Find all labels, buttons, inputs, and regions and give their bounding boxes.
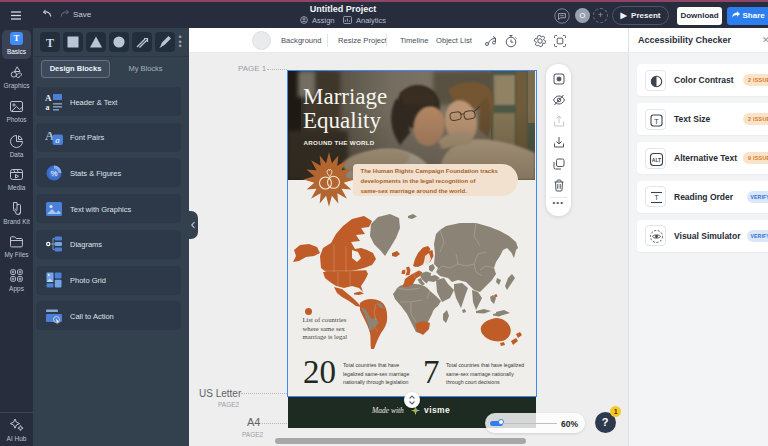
- svg-text:a: a: [45, 102, 49, 111]
- svg-text:a: a: [55, 135, 60, 145]
- svg-text:ALT: ALT: [652, 156, 661, 162]
- svg-text:T: T: [654, 116, 659, 125]
- svg-text:A: A: [45, 93, 52, 103]
- svg-text:%: %: [50, 169, 57, 178]
- svg-text:T: T: [46, 36, 54, 50]
- svg-text:T: T: [654, 193, 659, 202]
